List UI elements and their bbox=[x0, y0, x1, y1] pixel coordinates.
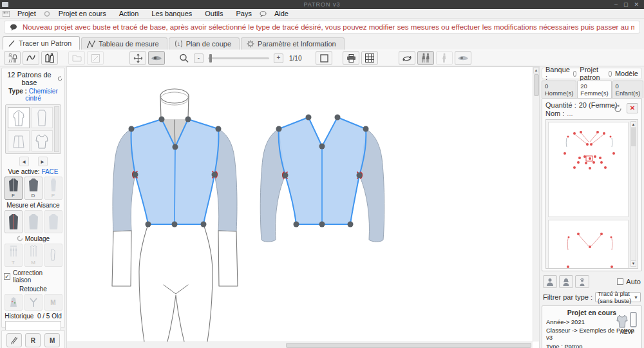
menu-projet-en-cours[interactable]: Projet en cours bbox=[53, 9, 111, 18]
pattern-thumb-1[interactable] bbox=[8, 107, 30, 128]
patterns-title: 12 Patrons de base bbox=[4, 71, 55, 86]
pattern-thumb-3[interactable] bbox=[8, 130, 30, 151]
scroll-down-arrow[interactable]: ▼ bbox=[631, 260, 636, 266]
zoom-slider[interactable] bbox=[208, 57, 269, 59]
left-sidebar: 12 Patrons de base Type : Chemisier cint… bbox=[0, 66, 66, 348]
pattern-thumb-4[interactable] bbox=[32, 130, 53, 151]
mannequin-tool-button[interactable] bbox=[4, 51, 21, 65]
freehand-tool-button[interactable] bbox=[23, 51, 39, 65]
correction-liaison-label: Correction liaison bbox=[13, 269, 62, 284]
title-bar: PATRON v3 – ◻ ✕ bbox=[0, 0, 644, 9]
auto-label: Auto bbox=[626, 278, 641, 285]
pan-move-button[interactable] bbox=[129, 51, 146, 65]
sidebar-bottom-toolbar: R M bbox=[1, 330, 65, 348]
r-mode-button[interactable]: R bbox=[25, 333, 41, 347]
grid-button[interactable] bbox=[361, 51, 378, 65]
bank-thumb-1[interactable] bbox=[548, 122, 629, 217]
drawing-canvas[interactable]: ▲ bbox=[66, 66, 540, 348]
retouche-button-m[interactable]: M bbox=[44, 294, 62, 311]
minimize-button[interactable]: – bbox=[614, 0, 618, 9]
zoom-scale-label: 1/10 bbox=[289, 55, 301, 62]
bank-list-scrollbar[interactable]: ▲ ▼ bbox=[630, 121, 636, 267]
quantity-value: 20 (Femme) bbox=[579, 101, 618, 109]
close-button[interactable]: ✕ bbox=[634, 0, 639, 9]
zoom-slider-thumb[interactable] bbox=[209, 54, 212, 63]
radio-projet-patron[interactable] bbox=[573, 71, 576, 77]
maximize-button[interactable]: ◻ bbox=[623, 0, 628, 9]
menu-pays[interactable]: Pays bbox=[231, 9, 256, 18]
canvas-vertical-scrollbar[interactable]: ▲ bbox=[533, 67, 539, 342]
scroll-up-button[interactable]: ▲ bbox=[533, 67, 539, 73]
pattern-thumbnails bbox=[5, 104, 61, 154]
canvas-horizontal-scrollbar[interactable] bbox=[67, 342, 533, 348]
retouche-button-1[interactable] bbox=[5, 294, 23, 311]
view-back-button[interactable]: D bbox=[24, 177, 43, 200]
eye-visibility-button[interactable] bbox=[455, 51, 471, 65]
vertical-scroll-thumb[interactable] bbox=[534, 74, 539, 96]
name-value: ... bbox=[567, 110, 573, 117]
print-button[interactable] bbox=[343, 51, 359, 65]
moulage-button-m[interactable]: M bbox=[24, 244, 43, 267]
horizontal-scroll-thumb[interactable] bbox=[286, 343, 531, 348]
bank-delete-button[interactable]: ✕ bbox=[627, 103, 638, 113]
bank-tab-enfant[interactable]: 0 Enfant(s) bbox=[612, 81, 644, 98]
child-avatar-button[interactable] bbox=[575, 275, 589, 288]
pattern-next-button[interactable]: ▸ bbox=[38, 157, 48, 166]
pattern-thumb-2[interactable] bbox=[32, 107, 53, 128]
tab-tracer-un-patron[interactable]: Tracer un Patron bbox=[3, 36, 80, 50]
view-front-button[interactable]: F bbox=[5, 177, 23, 200]
historique-label: Historique bbox=[5, 313, 33, 320]
mesure-button-1[interactable] bbox=[5, 210, 23, 233]
bank-refresh-icon[interactable] bbox=[614, 104, 622, 113]
tab-plan-de-coupe[interactable]: 1 Plan de coupe bbox=[169, 37, 240, 50]
active-view-label: Vue active: bbox=[8, 168, 39, 175]
one-figure-button[interactable] bbox=[436, 51, 453, 65]
page-frame-button[interactable] bbox=[316, 51, 332, 65]
bank-thumb-2[interactable] bbox=[548, 220, 629, 269]
tab-tableau-de-mesure[interactable]: Tableau de mesure bbox=[81, 37, 167, 50]
menu-outils[interactable]: Outils bbox=[200, 9, 228, 18]
chevron-down-icon: ▼ bbox=[634, 295, 638, 300]
menu-projet[interactable]: Projet bbox=[12, 9, 41, 18]
eye-preview-button[interactable] bbox=[148, 51, 165, 65]
pattern-prev-button[interactable]: ◂ bbox=[19, 157, 29, 166]
bank-tab-homme[interactable]: 0 Homme(s) bbox=[542, 81, 576, 98]
folder-button[interactable] bbox=[68, 51, 85, 65]
hatch-pen-button[interactable] bbox=[6, 333, 22, 347]
m-mode-button[interactable]: M bbox=[44, 333, 60, 347]
radio-modele[interactable] bbox=[609, 71, 612, 77]
view-profile-button[interactable]: P bbox=[44, 177, 62, 200]
tab-parametre-et-information[interactable]: Paramètre et Information bbox=[241, 37, 345, 50]
pattern-scrollbar[interactable] bbox=[54, 106, 59, 152]
classeur-label: Classeur -> bbox=[546, 327, 578, 334]
refresh-patterns-icon[interactable] bbox=[57, 75, 62, 82]
menu-action[interactable]: Action bbox=[114, 9, 144, 18]
mesure-button-3[interactable] bbox=[44, 210, 62, 233]
correction-liaison-checkbox[interactable]: ✓ bbox=[4, 273, 10, 280]
zoom-in-button[interactable]: + bbox=[274, 53, 283, 63]
scroll-up-arrow[interactable]: ▲ bbox=[631, 122, 636, 128]
radio-modele-label[interactable]: Modèle bbox=[615, 70, 638, 77]
retouche-button-y[interactable] bbox=[24, 294, 43, 311]
menu-aide[interactable]: Aide bbox=[269, 9, 294, 18]
moulage-button-t[interactable]: T bbox=[5, 244, 23, 267]
two-figures-button[interactable] bbox=[417, 51, 434, 65]
bank-tab-femme[interactable]: 20 Femme(s) bbox=[577, 81, 611, 98]
slash-button[interactable] bbox=[87, 51, 104, 65]
menu-les-banques[interactable]: Les banques bbox=[146, 9, 197, 18]
zoom-out-button[interactable]: - bbox=[194, 53, 204, 63]
radio-projet-patron-label[interactable]: Projet patron bbox=[580, 66, 600, 81]
type-value[interactable]: Chemisier cintré bbox=[25, 88, 57, 102]
auto-checkbox[interactable] bbox=[617, 278, 623, 285]
woman-avatar-button[interactable] bbox=[559, 275, 573, 288]
window-title: PATRON v3 bbox=[0, 1, 644, 8]
project-info-panel: Projet en cours NEW Année-> 2021 Classeu… bbox=[542, 305, 642, 348]
refresh-view-button[interactable] bbox=[399, 51, 415, 65]
active-view-value[interactable]: FACE bbox=[41, 168, 58, 175]
filter-type-select[interactable]: Tracé à plat (sans buste) ▼ bbox=[595, 292, 641, 302]
man-avatar-button[interactable] bbox=[543, 275, 557, 288]
mesure-button-2[interactable] bbox=[24, 210, 43, 233]
garment-tool-button[interactable] bbox=[41, 51, 58, 65]
moulage-button-profile[interactable] bbox=[44, 244, 62, 267]
curve-points-icon bbox=[87, 41, 95, 48]
